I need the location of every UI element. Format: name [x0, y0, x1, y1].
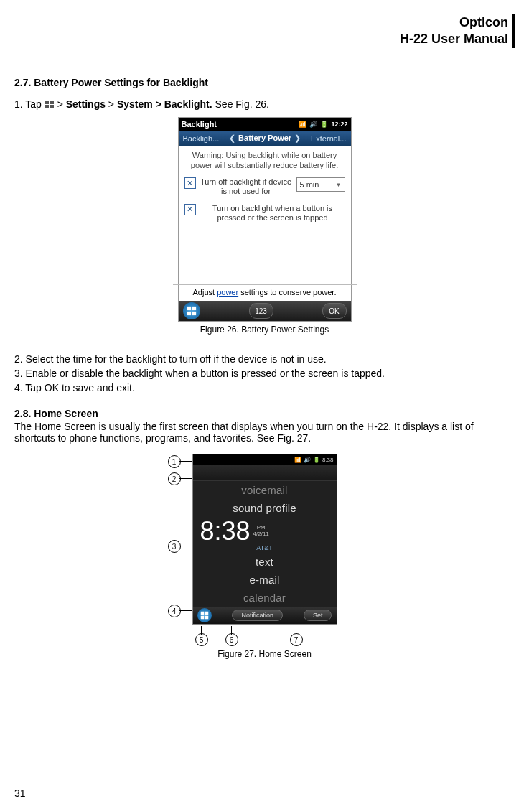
signal-icon: 📶	[294, 457, 301, 463]
tab-external[interactable]: External...	[311, 134, 347, 143]
callout-7: 7	[290, 633, 303, 646]
step-3: 3. Enable or disable the backlight when …	[14, 368, 515, 379]
windows-icon	[200, 611, 209, 620]
tab-battery-power[interactable]: Battery Power	[238, 134, 291, 142]
section-2.8-title: 2.8. Home Screen	[14, 408, 515, 419]
home-bottom-bar: Notification Set	[193, 607, 337, 624]
checkbox-turn-off-label: Turn off backlight if device is not used…	[200, 177, 292, 196]
figure-27: 📶 🔊 🔋 8:38 voicemail sound profile 8:38 …	[14, 454, 515, 659]
ok-button[interactable]: OK	[322, 303, 347, 319]
figure-26: Backlight 📶 🔊 🔋 12:22 Backligh... ❮Batte…	[14, 117, 515, 335]
page-header: Opticon H-22 User Manual	[14, 14, 515, 48]
step-1: 1. Tap > Settings > System > Backlight. …	[14, 98, 515, 110]
tab-backlight[interactable]: Backligh...	[183, 134, 220, 143]
svg-rect-2	[187, 312, 190, 315]
battery-icon: 🔋	[320, 121, 328, 128]
signal-icon: 📶	[299, 121, 306, 128]
clock-time: 12:22	[331, 121, 347, 128]
power-link[interactable]: power	[217, 288, 238, 297]
svg-rect-6	[200, 616, 204, 620]
tab-nav: ❮Battery Power❯	[226, 134, 304, 143]
callout-5: 5	[195, 633, 208, 646]
brand: Opticon	[14, 14, 508, 31]
checkbox-turn-on[interactable]: ✕	[184, 204, 196, 215]
callout-6: 6	[225, 633, 238, 646]
chevron-left-icon[interactable]: ❮	[226, 134, 238, 142]
home-item-calendar[interactable]: calendar	[193, 589, 337, 607]
home-item-email[interactable]: e-mail	[193, 571, 337, 589]
home-item-voicemail[interactable]: voicemail	[193, 481, 337, 499]
svg-rect-7	[205, 616, 208, 620]
callout-4: 4	[168, 605, 181, 617]
volume-icon: 🔊	[309, 121, 317, 128]
callout-1: 1	[168, 455, 181, 468]
svg-rect-5	[205, 612, 208, 615]
start-button[interactable]	[183, 302, 200, 319]
callout-2: 2	[168, 472, 181, 485]
home-item-sound-profile[interactable]: sound profile	[193, 499, 337, 517]
bottom-bar: 123 OK	[179, 301, 351, 321]
footer-hint: Adjust power settings to conserve power.	[179, 285, 351, 301]
step-2: 2. Select the time for the backlight to …	[14, 353, 515, 365]
chevron-right-icon[interactable]: ❯	[291, 134, 304, 142]
status-time: 8:38	[322, 457, 334, 463]
windows-start-icon	[45, 101, 55, 109]
figure-27-caption: Figure 27. Home Screen	[14, 649, 515, 659]
section-2.8-paragraph: The Home Screen is usually the first scr…	[14, 421, 515, 444]
clock-date: 4/2/11	[253, 531, 269, 538]
icon-strip[interactable]	[193, 465, 337, 481]
volume-icon: 🔊	[304, 457, 311, 463]
svg-rect-1	[192, 307, 195, 310]
start-button[interactable]	[197, 608, 212, 622]
svg-rect-0	[187, 307, 190, 310]
battery-icon: 🔋	[313, 457, 320, 463]
doc-title: H-22 User Manual	[14, 31, 508, 47]
home-item-text[interactable]: text	[193, 553, 337, 571]
clock-time: 8:38	[200, 518, 251, 544]
backlight-screenshot: Backlight 📶 🔊 🔋 12:22 Backligh... ❮Batte…	[178, 117, 352, 322]
home-clock[interactable]: 8:38 PM 4/2/11	[193, 517, 337, 544]
windows-icon	[187, 306, 197, 316]
set-button[interactable]: Set	[304, 610, 332, 621]
window-titlebar: Backlight 📶 🔊 🔋 12:22	[179, 118, 351, 131]
timeout-dropdown[interactable]: 5 min ▼	[296, 177, 345, 192]
checkbox-turn-on-label: Turn on backlight when a button is press…	[200, 204, 345, 223]
step-4: 4. Tap OK to save and exit.	[14, 382, 515, 393]
home-screenshot: 📶 🔊 🔋 8:38 voicemail sound profile 8:38 …	[192, 454, 337, 625]
svg-rect-4	[200, 612, 204, 615]
window-title: Backlight	[182, 120, 217, 129]
callout-3: 3	[168, 540, 181, 553]
keyboard-button[interactable]: 123	[249, 303, 273, 319]
checkbox-turn-off[interactable]: ✕	[184, 177, 196, 189]
page-number: 31	[14, 788, 26, 799]
tab-bar: Backligh... ❮Battery Power❯ External...	[179, 131, 351, 146]
status-bar: 📶 🔊 🔋 8:38	[193, 454, 337, 465]
chevron-down-icon: ▼	[336, 182, 342, 188]
section-2.7-title: 2.7. Battery Power Settings for Backligh…	[14, 77, 515, 88]
figure-26-caption: Figure 26. Battery Power Settings	[14, 325, 515, 335]
notification-button[interactable]: Notification	[232, 610, 283, 621]
svg-rect-3	[192, 312, 195, 315]
warning-text: Warning: Using backlight while on batter…	[184, 151, 345, 171]
